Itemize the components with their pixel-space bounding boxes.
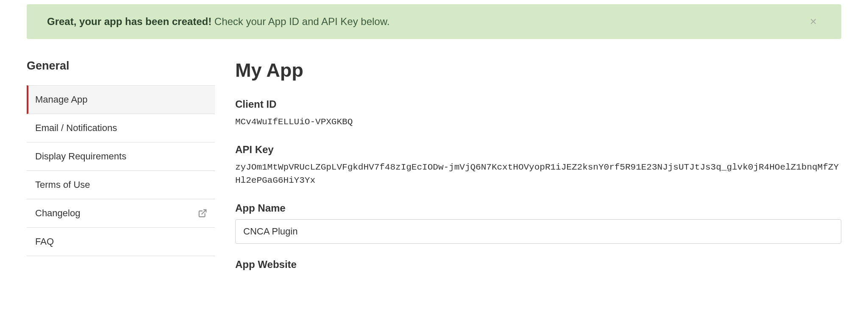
svg-line-0 [202, 210, 206, 214]
sidebar-item-terms-of-use[interactable]: Terms of Use [27, 171, 215, 199]
sidebar-item-display-requirements[interactable]: Display Requirements [27, 142, 215, 171]
alert-text: Great, your app has been created! Check … [47, 14, 389, 29]
api-key-value: zyJOm1MtWpVRUcLZGpLVFgkdHV7f48zIgEcIODw-… [235, 161, 841, 187]
client-id-value: MCv4WuIfELLUiO-VPXGKBQ [235, 115, 841, 129]
sidebar-item-label: Display Requirements [35, 151, 126, 162]
sidebar-item-email-notifications[interactable]: Email / Notifications [27, 114, 215, 142]
external-link-icon [198, 209, 207, 218]
client-id-label: Client ID [235, 98, 841, 110]
sidebar-item-faq[interactable]: FAQ [27, 228, 215, 256]
sidebar-item-label: Email / Notifications [35, 123, 117, 134]
sidebar-item-label: FAQ [35, 236, 54, 247]
app-website-label: App Website [235, 259, 841, 271]
alert-bold: Great, your app has been created! [47, 16, 211, 27]
api-key-label: API Key [235, 144, 841, 156]
alert-message: Check your App ID and API Key below. [211, 16, 389, 27]
sidebar-item-manage-app[interactable]: Manage App [27, 85, 215, 114]
sidebar-item-label: Terms of Use [35, 179, 90, 190]
success-alert: Great, your app has been created! Check … [27, 4, 841, 39]
sidebar: General Manage App Email / Notifications… [27, 59, 215, 276]
app-name-label: App Name [235, 202, 841, 214]
sidebar-heading: General [27, 59, 215, 73]
close-icon[interactable]: × [806, 14, 821, 29]
sidebar-item-changelog[interactable]: Changelog [27, 199, 215, 228]
page-title: My App [235, 59, 841, 81]
sidebar-item-label: Changelog [35, 208, 80, 219]
app-name-input[interactable] [235, 219, 841, 244]
sidebar-item-label: Manage App [35, 94, 88, 105]
main-content: My App Client ID MCv4WuIfELLUiO-VPXGKBQ … [235, 59, 841, 276]
